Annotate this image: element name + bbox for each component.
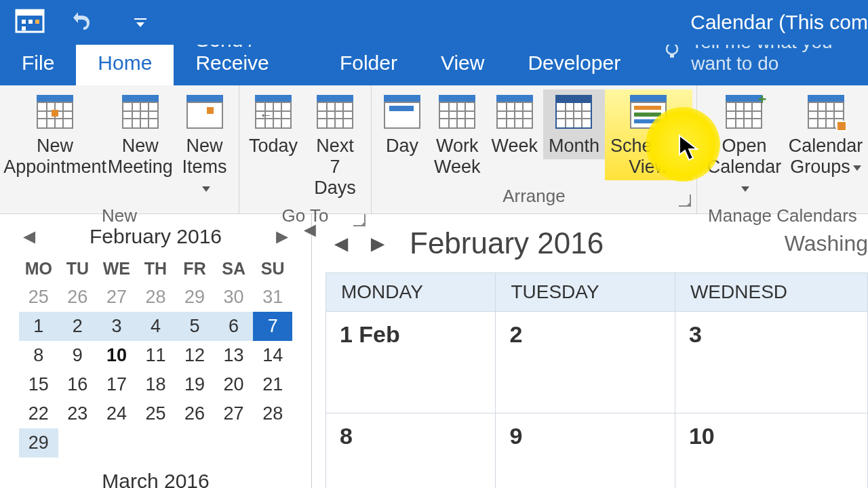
mini-day-cell	[175, 428, 214, 458]
mini-dow-header: TU	[58, 255, 98, 283]
calendar-groups-button[interactable]: Calendar Groups	[787, 89, 864, 180]
tab-home[interactable]: Home	[76, 43, 174, 85]
mini-day-cell[interactable]: 7	[253, 312, 292, 341]
ribbon-tabs: File Home Send / Receive Folder View Dev…	[0, 45, 868, 85]
mini-day-cell	[136, 428, 176, 458]
quick-access-toolbar	[0, 6, 146, 39]
mini-day-cell[interactable]: 6	[214, 312, 254, 341]
today-button[interactable]: ← Today	[243, 89, 303, 159]
mini-day-cell[interactable]: 10	[97, 341, 136, 370]
mini-day-cell[interactable]: 14	[253, 341, 292, 370]
tab-folder[interactable]: Folder	[318, 43, 419, 85]
mini-day-cell	[253, 428, 292, 458]
group-label-new: New	[0, 201, 239, 233]
mini-day-cell[interactable]: 19	[175, 370, 214, 399]
dialog-launcher-icon[interactable]	[679, 195, 691, 207]
svg-rect-5	[22, 26, 26, 30]
month-day-cell[interactable]: 9	[496, 413, 675, 489]
mini-day-cell[interactable]: 27	[214, 399, 254, 428]
mini-day-cell[interactable]: 25	[19, 283, 58, 312]
mini-day-cell[interactable]: 29	[19, 428, 58, 458]
svg-rect-3	[28, 20, 33, 24]
mini-day-cell[interactable]: 1	[19, 312, 58, 341]
svg-rect-4	[35, 20, 39, 24]
next-mini-month-label: March 2016	[19, 470, 292, 488]
open-calendar-button[interactable]: + Open Calendar	[701, 89, 787, 201]
day-number: 9	[509, 423, 522, 449]
date-navigator: ◄ February 2016 ► MOTUWETHFRSASU 2526272…	[0, 214, 312, 488]
mini-day-cell[interactable]: 25	[136, 399, 176, 428]
day-number: 2	[509, 321, 522, 347]
collapse-sidebar-icon[interactable]: ◄	[300, 218, 320, 241]
month-day-cell[interactable]: 3	[675, 312, 867, 413]
mini-day-cell[interactable]: 11	[136, 341, 176, 370]
mini-day-cell[interactable]: 20	[214, 370, 254, 399]
mini-day-cell[interactable]: 18	[136, 370, 176, 399]
mini-day-cell[interactable]: 15	[19, 370, 58, 399]
mini-day-cell[interactable]: 28	[253, 399, 292, 428]
ribbon-group-arrange: Day Work Week Week Month Schedule View A…	[372, 85, 697, 214]
ribbon-group-new: New Appointment New Meeting New Items Ne…	[0, 85, 239, 214]
mini-day-cell[interactable]: 29	[175, 283, 214, 312]
month-day-cell[interactable]: 2	[496, 312, 675, 413]
tab-developer[interactable]: Developer	[506, 43, 642, 85]
mini-day-cell[interactable]: 30	[214, 283, 254, 312]
mini-day-cell[interactable]: 31	[253, 283, 292, 312]
mini-day-cell[interactable]: 3	[97, 312, 136, 341]
svg-rect-7	[670, 54, 674, 58]
tab-view[interactable]: View	[419, 43, 506, 85]
month-column-header: TUESDAY	[496, 273, 675, 312]
undo-icon[interactable]	[72, 10, 94, 35]
month-column-header: WEDNESD	[675, 273, 867, 312]
month-day-cell[interactable]: 1 Feb	[326, 312, 496, 413]
mini-day-cell[interactable]: 23	[58, 399, 98, 428]
schedule-view-button[interactable]: Schedule View	[605, 89, 692, 180]
window-title: Calendar (This com	[690, 0, 868, 45]
tab-file[interactable]: File	[0, 43, 76, 85]
title-bar: Calendar (This com	[0, 0, 868, 45]
mini-day-cell[interactable]: 21	[253, 370, 292, 399]
qat-customize-icon[interactable]	[134, 16, 146, 28]
next-7-days-button[interactable]: Next 7 Days	[303, 89, 367, 201]
mini-day-cell[interactable]: 26	[58, 283, 98, 312]
mini-day-cell[interactable]: 16	[58, 370, 98, 399]
group-label-arrange: Arrange	[372, 182, 696, 214]
new-meeting-button[interactable]: New Meeting	[106, 89, 174, 180]
day-number: 3	[689, 321, 702, 347]
mini-day-cell[interactable]: 12	[175, 341, 214, 370]
week-view-button[interactable]: Week	[486, 89, 543, 159]
outlook-app-icon	[15, 6, 45, 39]
dropdown-icon	[741, 186, 749, 192]
month-day-cell[interactable]: 8	[326, 413, 496, 489]
mini-day-cell[interactable]: 28	[136, 283, 176, 312]
ribbon: New Appointment New Meeting New Items Ne…	[0, 85, 868, 214]
mini-day-cell[interactable]: 26	[175, 399, 214, 428]
mini-dow-header: SA	[214, 255, 254, 283]
month-view-button[interactable]: Month	[543, 89, 605, 159]
mini-day-cell[interactable]: 17	[97, 370, 136, 399]
mini-day-cell[interactable]: 4	[136, 312, 176, 341]
mini-dow-header: MO	[19, 255, 58, 283]
day-view-button[interactable]: Day	[376, 89, 429, 159]
ribbon-group-manage-calendars: + Open Calendar Calendar Groups Manage C…	[697, 85, 868, 214]
work-week-view-button[interactable]: Work Week	[429, 89, 486, 180]
mini-dow-header: FR	[175, 255, 214, 283]
mini-day-cell[interactable]: 5	[175, 312, 214, 341]
new-appointment-button[interactable]: New Appointment	[4, 89, 106, 180]
dropdown-icon	[853, 165, 861, 171]
mini-day-cell[interactable]: 2	[58, 312, 98, 341]
month-day-cell[interactable]: 10	[675, 413, 867, 489]
mini-day-cell[interactable]: 24	[97, 399, 136, 428]
main-prev-icon[interactable]: ◄	[330, 230, 353, 257]
mini-calendar-grid: MOTUWETHFRSASU 2526272829303112345678910…	[19, 255, 292, 458]
mini-day-cell[interactable]: 8	[19, 341, 58, 370]
main-next-icon[interactable]: ►	[366, 230, 389, 257]
mini-day-cell[interactable]: 9	[58, 341, 98, 370]
svg-rect-1	[16, 10, 43, 16]
mini-day-cell[interactable]: 13	[214, 341, 254, 370]
mini-day-cell[interactable]: 27	[97, 283, 136, 312]
month-view: ◄ ◄ ► February 2016 Washing MONDAYTUESDA…	[312, 214, 868, 488]
mini-day-cell[interactable]: 22	[19, 399, 58, 428]
day-number: 8	[340, 423, 353, 449]
new-items-button[interactable]: New Items	[174, 89, 235, 201]
